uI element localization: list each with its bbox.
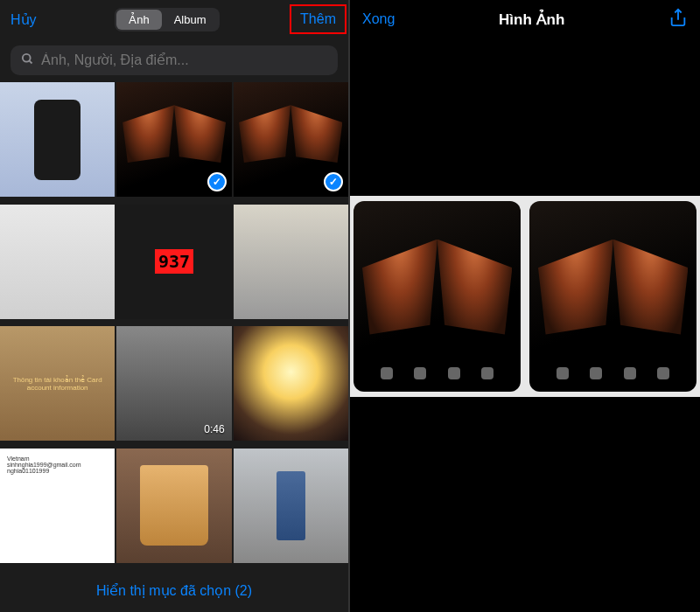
cancel-button[interactable]: Hủy — [10, 11, 37, 28]
svg-point-0 — [23, 54, 31, 62]
done-button[interactable]: Xong — [362, 11, 395, 27]
card-text: Thông tin tài khoản thẻ Card account inf… — [5, 376, 109, 392]
selected-images-preview[interactable] — [350, 196, 700, 397]
photo-thumb[interactable] — [234, 449, 348, 563]
photo-thumb[interactable] — [234, 205, 348, 319]
photo-thumb[interactable]: ✓ — [116, 82, 231, 197]
tab-photos[interactable]: Ảnh — [116, 10, 161, 30]
search-input[interactable] — [41, 52, 327, 68]
photo-thumb[interactable] — [116, 449, 231, 563]
show-selected-button[interactable]: Hiển thị mục đã chọn (2) — [0, 568, 348, 612]
share-icon[interactable] — [668, 8, 688, 31]
search-bar[interactable] — [10, 45, 338, 75]
photo-thumb[interactable]: 937 — [116, 205, 231, 319]
picker-header: Hủy Ảnh Album Thêm — [0, 0, 348, 38]
viewer-header: Xong Hình Ảnh — [350, 0, 700, 38]
photo-thumb[interactable] — [234, 326, 348, 441]
photo-thumb[interactable]: ✓ — [234, 82, 348, 197]
photo-thumb[interactable] — [0, 82, 115, 197]
video-thumb[interactable]: 0:46 — [116, 326, 231, 441]
photo-thumb[interactable]: Thông tin tài khoản thẻ Card account inf… — [0, 326, 115, 441]
image-viewer-panel: Xong Hình Ảnh — [350, 0, 700, 612]
segmented-control[interactable]: Ảnh Album — [115, 8, 220, 31]
led-display: 937 — [155, 249, 193, 274]
photo-thumb[interactable] — [0, 205, 115, 319]
video-duration: 0:46 — [204, 423, 224, 435]
photo-picker-panel: Hủy Ảnh Album Thêm ✓ ✓ 937 Thông tin tài… — [0, 0, 350, 612]
photo-thumb[interactable]: Vietnamsinhnghia1999@gmail.comnghia01101… — [0, 449, 115, 563]
svg-line-1 — [29, 60, 32, 63]
add-button[interactable]: Thêm — [290, 4, 346, 34]
preview-image — [529, 201, 696, 392]
search-icon — [21, 52, 34, 68]
preview-image — [354, 201, 521, 392]
selected-checkmark-icon: ✓ — [207, 172, 227, 191]
page-title: Hình Ảnh — [499, 10, 564, 29]
tab-albums[interactable]: Album — [162, 10, 219, 30]
photo-grid: ✓ ✓ 937 Thông tin tài khoản thẻ Card acc… — [0, 82, 348, 568]
selected-checkmark-icon: ✓ — [324, 172, 343, 191]
